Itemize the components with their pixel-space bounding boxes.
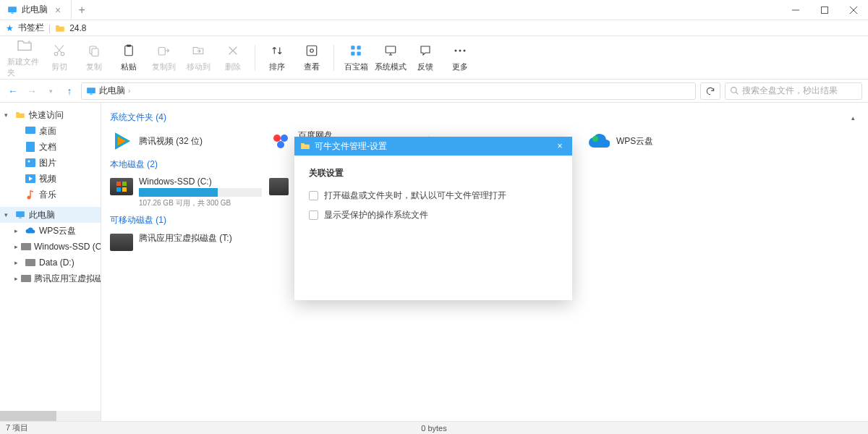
svg-rect-34 — [19, 218, 22, 218]
svg-rect-43 — [122, 182, 127, 186]
sidebar-documents[interactable]: 文档 — [10, 139, 101, 155]
tab-title: 此电脑 — [22, 4, 48, 16]
breadcrumb-root: 此电脑 — [99, 85, 125, 97]
paste-icon — [122, 43, 135, 59]
sidebar-wps[interactable]: ▸WPS云盘 — [10, 223, 101, 239]
sidebar-winssd[interactable]: ▸Windows-SSD (C:) — [10, 239, 101, 255]
bookmark-folder[interactable]: 24.8 — [69, 23, 86, 33]
svg-point-30 — [28, 161, 30, 163]
system-mode-button[interactable]: 系统模式 — [373, 43, 408, 72]
star-icon: ★ — [6, 23, 14, 33]
svg-rect-16 — [351, 46, 354, 49]
delete-icon — [227, 43, 239, 59]
dialog-close-button[interactable]: × — [553, 141, 566, 151]
svg-rect-13 — [158, 48, 165, 56]
sidebar-tencent-drive[interactable]: ▸腾讯应用宝虚拟磁盘 (T:) — [10, 271, 101, 286]
toolbox-button[interactable]: 百宝箱 — [339, 43, 373, 72]
svg-rect-0 — [8, 7, 17, 12]
monitor-icon — [14, 210, 26, 220]
folder-icon — [14, 111, 26, 119]
svg-point-23 — [464, 50, 466, 52]
refresh-button[interactable] — [700, 82, 720, 100]
move-to-button[interactable]: 移动到 — [181, 43, 216, 72]
window-controls — [781, 0, 868, 20]
breadcrumb[interactable]: 此电脑 › — [81, 82, 696, 100]
drive-c[interactable]: Windows-SSD (C:) 107.26 GB 可用，共 300 GB — [110, 176, 262, 208]
drive-c-usage-bar — [139, 188, 262, 197]
svg-point-41 — [592, 136, 598, 142]
svg-point-26 — [731, 88, 737, 93]
sidebar-desktop[interactable]: 桌面 — [10, 123, 101, 139]
option-show-protected[interactable]: 显示受保护的操作系统文件 — [309, 209, 558, 221]
app-tencent-video[interactable]: 腾讯视频 (32 位) — [110, 129, 262, 153]
toolbox-icon — [349, 43, 362, 59]
feedback-button[interactable]: 反馈 — [408, 43, 443, 72]
sidebar-quick-access[interactable]: ▾快速访问 — [0, 107, 101, 123]
nav-forward-button[interactable]: → — [25, 85, 39, 97]
nav-history-button[interactable]: ▾ — [43, 88, 58, 95]
close-window-button[interactable] — [839, 0, 868, 20]
delete-button[interactable]: 删除 — [216, 43, 250, 72]
svg-rect-25 — [90, 93, 93, 94]
svg-rect-20 — [386, 46, 396, 53]
svg-rect-1 — [11, 12, 14, 13]
close-tab-icon[interactable]: × — [52, 4, 64, 16]
checkbox-icon[interactable] — [309, 210, 318, 220]
sidebar-scrollbar[interactable] — [0, 411, 101, 421]
app-wps-cloud[interactable]: WPS云盘 — [587, 129, 739, 153]
new-folder-button[interactable]: +新建文件夹 — [7, 38, 42, 78]
sidebar-videos[interactable]: 视频 — [10, 171, 101, 187]
view-button[interactable]: 查看 — [294, 43, 329, 72]
baidu-netdisk-icon — [269, 129, 292, 153]
svg-rect-36 — [25, 259, 35, 266]
search-placeholder: 搜索全盘文件，秒出结果 — [742, 85, 838, 97]
wps-cloud-icon — [587, 129, 610, 153]
svg-point-40 — [277, 141, 284, 148]
sidebar-pictures[interactable]: 图片 — [10, 155, 101, 171]
toolbar-separator — [255, 45, 255, 71]
sidebar-this-pc[interactable]: ▾此电脑 — [0, 207, 101, 223]
cut-icon — [53, 43, 66, 59]
cut-button[interactable]: 剪切 — [42, 43, 77, 72]
nav-back-button[interactable]: ← — [6, 85, 20, 97]
more-button[interactable]: 更多 — [443, 43, 477, 72]
drive-icon — [110, 234, 133, 251]
add-tab-button[interactable]: + — [72, 4, 92, 17]
sidebar-data-d[interactable]: ▸Data (D:) — [10, 255, 101, 271]
drive-icon — [110, 178, 133, 195]
drive-icon — [21, 275, 31, 282]
sort-button[interactable]: 排序 — [260, 43, 294, 72]
drive-icon — [25, 259, 36, 266]
svg-rect-24 — [87, 88, 95, 93]
svg-rect-27 — [25, 127, 35, 134]
copy-to-icon — [157, 43, 170, 59]
settings-dialog: 可牛文件管理-设置 × 关联设置 打开磁盘或文件夹时，默认以可牛文件管理打开 显… — [294, 137, 572, 300]
chevron-up-icon[interactable]: ▴ — [851, 114, 855, 122]
drive-icon — [269, 178, 289, 195]
option-default-open[interactable]: 打开磁盘或文件夹时，默认以可牛文件管理打开 — [309, 190, 558, 202]
checkbox-icon[interactable] — [309, 191, 318, 200]
minimize-button[interactable] — [781, 0, 810, 20]
folder-icon — [55, 24, 65, 33]
copy-button[interactable]: 复制 — [77, 43, 111, 72]
paste-button[interactable]: 粘贴 — [111, 43, 146, 72]
dialog-titlebar[interactable]: 可牛文件管理-设置 × — [294, 137, 572, 156]
section-system-folders[interactable]: 系统文件夹 (4)▴ — [110, 111, 859, 124]
copy-to-button[interactable]: 复制到 — [146, 43, 181, 72]
document-icon — [25, 142, 36, 152]
svg-point-22 — [459, 50, 461, 52]
maximize-button[interactable] — [810, 0, 839, 20]
tab-this-pc[interactable]: 此电脑 × — [0, 0, 72, 20]
svg-rect-37 — [21, 275, 31, 282]
svg-rect-44 — [116, 187, 121, 192]
search-input[interactable]: 搜索全盘文件，秒出结果 — [725, 82, 862, 100]
svg-rect-45 — [122, 187, 127, 192]
svg-rect-10 — [92, 48, 98, 56]
status-bytes: 0 bytes — [415, 424, 452, 433]
drive-tencent-name: 腾讯应用宝虚拟磁盘 (T:) — [139, 232, 262, 244]
sidebar-music[interactable]: 音乐 — [10, 187, 101, 203]
sidebar: ▾快速访问 桌面 文档 图片 视频 音乐 ▾此电脑 ▸WPS云盘 ▸Window… — [0, 103, 101, 421]
nav-up-button[interactable]: ↑ — [62, 85, 77, 97]
bookmark-label[interactable]: 书签栏 — [18, 22, 44, 34]
drive-tencent[interactable]: 腾讯应用宝虚拟磁盘 (T:) — [110, 232, 262, 251]
